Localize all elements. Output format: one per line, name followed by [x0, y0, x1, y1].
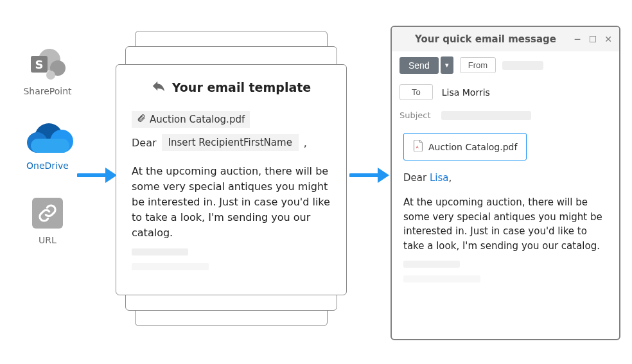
placeholder-line	[403, 261, 460, 268]
onedrive-icon	[27, 121, 68, 157]
template-attachment[interactable]: Auction Catalog.pdf	[132, 111, 250, 128]
send-button[interactable]: Send	[399, 57, 439, 74]
source-onedrive[interactable]: OneDrive	[26, 121, 69, 171]
sharepoint-icon: S	[27, 46, 68, 82]
macro-chip[interactable]: Insert RecipientFirstName	[162, 134, 299, 151]
from-value-placeholder	[502, 61, 543, 70]
to-button[interactable]: To	[399, 84, 433, 100]
placeholder-line	[132, 263, 209, 270]
arrow-icon	[349, 164, 391, 186]
link-icon	[27, 195, 68, 231]
from-button[interactable]: From	[460, 57, 496, 73]
email-attachment[interactable]: A Auction Catalog.pdf	[403, 133, 527, 160]
source-url[interactable]: URL	[27, 195, 68, 245]
source-list: S SharePoint OneDrive URL	[15, 46, 80, 245]
window-titlebar: Your quick email message ─ ☐ ✕	[392, 27, 619, 51]
subject-input-placeholder[interactable]	[441, 111, 531, 120]
placeholder-line	[132, 248, 188, 256]
source-sharepoint-label: SharePoint	[23, 86, 71, 96]
subject-label: Subject	[399, 110, 431, 120]
email-body-text: At the upcoming auction, there will be s…	[403, 195, 608, 253]
template-greeting: Dear Insert RecipientFirstName ,	[132, 134, 331, 151]
reply-icon	[152, 79, 166, 96]
pdf-icon: A	[413, 140, 423, 153]
maximize-icon[interactable]: ☐	[588, 34, 597, 44]
placeholder-line	[403, 275, 480, 282]
svg-text:A: A	[416, 145, 419, 149]
email-attachment-name: Auction Catalog.pdf	[428, 142, 517, 152]
close-icon[interactable]: ✕	[604, 34, 613, 44]
send-dropdown[interactable]: ▾	[441, 56, 453, 74]
chevron-down-icon: ▾	[445, 61, 449, 69]
to-recipient[interactable]: Lisa Morris	[442, 87, 490, 98]
template-attachment-name: Auction Catalog.pdf	[150, 114, 245, 125]
recipient-name-link[interactable]: Lisa	[430, 172, 449, 184]
svg-marker-3	[378, 168, 389, 183]
arrow-icon	[77, 164, 118, 186]
template-body: At the upcoming auction, there will be s…	[132, 164, 331, 241]
source-url-label: URL	[39, 235, 57, 245]
minimize-icon[interactable]: ─	[573, 34, 582, 44]
email-compose-window: Your quick email message ─ ☐ ✕ Send ▾ Fr…	[391, 26, 620, 340]
email-greeting: Dear Lisa,	[403, 172, 608, 184]
source-sharepoint[interactable]: S SharePoint	[23, 46, 71, 96]
source-onedrive-label: OneDrive	[26, 160, 69, 171]
template-title: Your email template	[172, 80, 311, 94]
paperclip-icon	[137, 114, 146, 125]
window-title: Your quick email message	[398, 33, 573, 45]
